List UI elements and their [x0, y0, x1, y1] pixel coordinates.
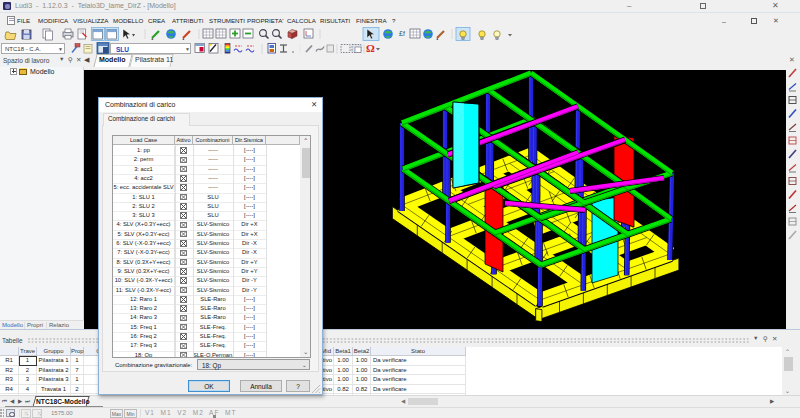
- svg-text:✕: ✕: [789, 56, 795, 63]
- svg-text:£f: £f: [399, 30, 405, 37]
- svg-text:Ω: Ω: [366, 42, 375, 54]
